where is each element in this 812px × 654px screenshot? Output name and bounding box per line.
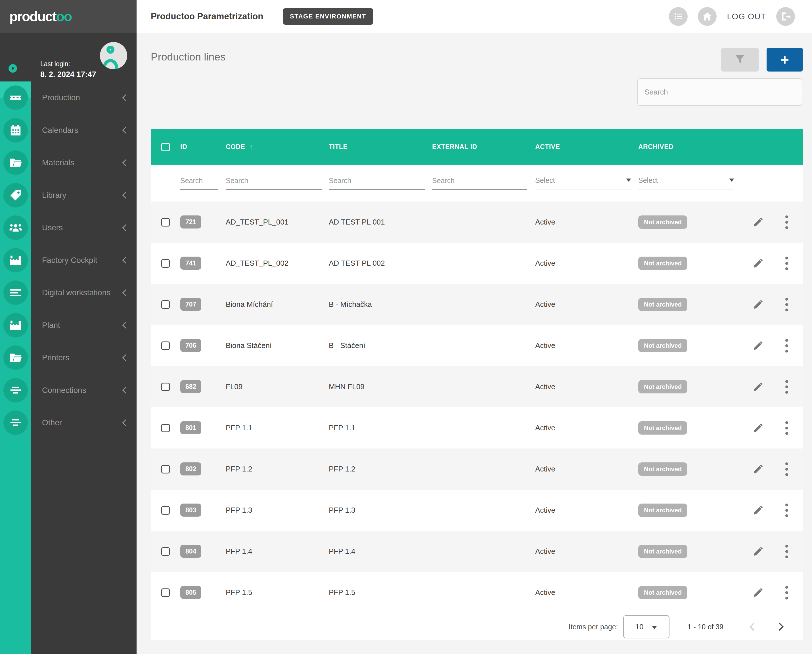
row-checkbox[interactable] — [161, 506, 170, 515]
row-checkbox[interactable] — [161, 341, 170, 350]
folder-icon — [9, 156, 22, 169]
row-title: PFP 1.5 — [329, 588, 432, 597]
last-login: Last login: 8. 2. 2024 17:47 — [40, 60, 96, 79]
filter-title-input[interactable] — [329, 177, 425, 190]
sidebar-item-materials[interactable]: Materials — [0, 147, 136, 179]
home-icon — [702, 11, 713, 22]
topbar-actions: LOG OUT — [669, 7, 812, 26]
row-id-badge: 805 — [180, 586, 201, 599]
edit-button[interactable] — [752, 587, 764, 598]
sidebar-item-plant[interactable]: Plant — [0, 309, 136, 342]
row-checkbox[interactable] — [161, 259, 170, 268]
more-options-button[interactable] — [784, 544, 789, 559]
sidebar-item-calendars[interactable]: Calendars — [0, 114, 136, 147]
pencil-icon — [752, 258, 764, 269]
pencil-icon — [752, 299, 764, 310]
last-login-value: 8. 2. 2024 17:47 — [40, 70, 96, 79]
row-title: AD TEST PL 001 — [329, 218, 432, 226]
sidebar-item-label: Factory Cockpit — [42, 256, 123, 265]
column-header-id[interactable]: ID — [180, 143, 226, 151]
previous-page-button[interactable] — [749, 623, 757, 631]
search-input[interactable] — [638, 88, 802, 96]
more-options-button[interactable] — [784, 214, 789, 230]
logout-icon — [780, 11, 791, 22]
sidebar-item-connections[interactable]: Connections — [0, 374, 136, 407]
column-header-title[interactable]: TITLE — [329, 143, 432, 151]
filter-active-select[interactable]: Select — [535, 176, 631, 190]
more-options-button[interactable] — [784, 338, 789, 354]
menu-list-button[interactable] — [669, 7, 688, 26]
edit-button[interactable] — [752, 422, 764, 434]
more-options-button[interactable] — [784, 420, 789, 436]
edit-button[interactable] — [752, 258, 764, 269]
table-row: 706 Biona Stáčení B - Stáčení Active Not… — [151, 325, 803, 366]
row-checkbox[interactable] — [161, 218, 170, 226]
row-title: B - Stáčení — [329, 341, 432, 350]
row-checkbox[interactable] — [161, 588, 170, 597]
chevron-left-icon — [122, 289, 129, 296]
filter-external-id-input[interactable] — [432, 177, 527, 190]
more-options-button[interactable] — [784, 585, 789, 601]
edit-button[interactable] — [752, 340, 764, 351]
sidebar-item-library[interactable]: Library — [0, 179, 136, 212]
archived-status-badge: Not archived — [638, 380, 687, 393]
table-row: 721 AD_TEST_PL_001 AD TEST PL 001 Active… — [151, 202, 803, 243]
sidebar-nav: Production Calendars Materials Library U… — [0, 81, 136, 439]
sort-asc-icon: ↑ — [249, 142, 253, 151]
row-checkbox[interactable] — [161, 383, 170, 391]
table-filter-row: Select Select — [151, 165, 803, 202]
row-checkbox[interactable] — [161, 465, 170, 474]
row-title: PFP 1.1 — [329, 423, 432, 432]
app-title: Productoo Parametrization — [151, 11, 263, 21]
top-bar: Productoo Parametrization STAGE ENVIRONM… — [136, 0, 812, 33]
sidebar-item-factory-cockpit[interactable]: Factory Cockpit — [0, 244, 136, 277]
column-header-external-id[interactable]: EXTERNAL ID — [432, 143, 535, 151]
logout-button[interactable]: LOG OUT — [727, 12, 766, 21]
edit-button[interactable] — [752, 381, 764, 393]
edit-button[interactable] — [752, 546, 764, 557]
logout-icon-button[interactable] — [776, 7, 795, 26]
next-page-button[interactable] — [776, 623, 784, 631]
more-options-button[interactable] — [784, 379, 789, 395]
more-options-button[interactable] — [784, 503, 789, 518]
more-options-button[interactable] — [784, 461, 789, 477]
row-title: PFP 1.4 — [329, 547, 432, 556]
edit-button[interactable] — [752, 299, 764, 310]
page-title: Production lines — [151, 51, 225, 63]
filter-button[interactable] — [721, 48, 758, 72]
row-active-status: Active — [535, 218, 638, 226]
filter-code-input[interactable] — [226, 177, 322, 190]
dropdown-arrow-icon — [729, 179, 734, 182]
funnel-icon — [734, 54, 746, 65]
sidebar-item-production[interactable]: Production — [0, 81, 136, 114]
table-row: 802 PFP 1.2 PFP 1.2 Active Not archived — [151, 448, 803, 490]
sidebar-item-printers[interactable]: Printers — [0, 341, 136, 374]
edit-button[interactable] — [752, 217, 764, 228]
more-options-button[interactable] — [784, 296, 789, 313]
select-all-checkbox[interactable] — [161, 143, 170, 151]
column-header-archived[interactable]: ARCHIVED — [638, 143, 741, 151]
column-header-active[interactable]: ACTIVE — [535, 143, 638, 151]
add-button[interactable]: + — [766, 48, 803, 72]
column-header-code[interactable]: CODE↑ — [226, 142, 329, 151]
chevron-left-icon — [122, 419, 129, 426]
row-checkbox[interactable] — [161, 424, 170, 432]
users-icon — [9, 221, 22, 234]
edit-button[interactable] — [752, 463, 764, 475]
lines-icon — [9, 286, 22, 299]
filter-id-input[interactable] — [180, 177, 218, 190]
more-options-button[interactable] — [784, 255, 789, 271]
filter-archived-select[interactable]: Select — [638, 176, 734, 190]
last-login-label: Last login: — [40, 60, 96, 68]
row-checkbox[interactable] — [161, 547, 170, 556]
row-active-status: Active — [535, 465, 638, 474]
home-button[interactable] — [698, 7, 717, 26]
sidebar-item-digital-workstations[interactable]: Digital workstations — [0, 277, 136, 309]
sidebar-item-label: Plant — [42, 321, 123, 330]
items-per-page-select[interactable]: 10 — [623, 615, 670, 639]
row-checkbox[interactable] — [161, 300, 170, 309]
sidebar-item-other[interactable]: Other — [0, 406, 136, 439]
sidebar-item-users[interactable]: Users — [0, 211, 136, 244]
factory-icon — [9, 254, 22, 267]
edit-button[interactable] — [752, 505, 764, 516]
